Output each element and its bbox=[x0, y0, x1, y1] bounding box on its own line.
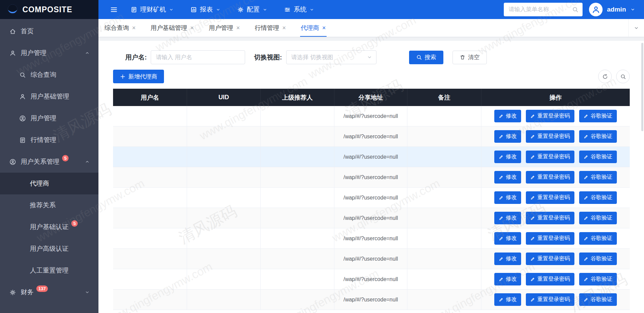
action-reset-login-password-button[interactable]: 重置登录密码 bbox=[526, 293, 574, 306]
pen-icon bbox=[499, 297, 503, 302]
action-edit-button[interactable]: 修改 bbox=[494, 171, 521, 184]
menu-search-input[interactable] bbox=[504, 3, 583, 16]
tab-close-icon[interactable]: × bbox=[132, 24, 136, 32]
chevron-down-icon[interactable] bbox=[630, 7, 635, 12]
search-icon[interactable] bbox=[572, 6, 578, 13]
topnav-system[interactable]: 系统 bbox=[284, 5, 314, 14]
top-nav: 理财矿机报表配置系统 bbox=[131, 5, 314, 14]
tab-close-icon[interactable]: × bbox=[282, 24, 286, 32]
cell-referrer bbox=[261, 126, 334, 146]
username-label[interactable]: admin bbox=[607, 6, 626, 13]
sidebar-item-agent[interactable]: 代理商 bbox=[0, 173, 98, 194]
action-google-verify-button[interactable]: 谷歌验证 bbox=[579, 110, 617, 122]
user-icon bbox=[592, 5, 600, 14]
scrollbar[interactable] bbox=[641, 19, 644, 313]
action-reset-login-password-button[interactable]: 重置登录密码 bbox=[526, 130, 574, 143]
table-row: /wap/#/?usercode=null修改重置登录密码谷歌验证 bbox=[113, 290, 630, 310]
view-select[interactable]: 请选择 切换视图 bbox=[286, 50, 376, 64]
sidebar-item-user-advanced-auth[interactable]: 用户高级认证 bbox=[0, 238, 98, 260]
action-google-verify-button[interactable]: 谷歌验证 bbox=[579, 232, 617, 245]
action-edit-button[interactable]: 修改 bbox=[494, 151, 521, 163]
action-reset-login-password-button[interactable]: 重置登录密码 bbox=[526, 273, 574, 285]
action-reset-login-password-button[interactable]: 重置登录密码 bbox=[526, 110, 574, 122]
sidebar-item-manual-reset-management[interactable]: 人工重置管理 bbox=[0, 260, 98, 281]
tab-2[interactable]: 用户管理× bbox=[209, 19, 240, 37]
sidebar-item-label: 用户高级认证 bbox=[30, 244, 69, 253]
tab-0[interactable]: 综合查询× bbox=[105, 19, 136, 37]
sidebar-item-user-base-auth[interactable]: 用户基础认证5 bbox=[0, 216, 98, 238]
caret-up-icon bbox=[85, 159, 90, 164]
action-edit-button[interactable]: 修改 bbox=[494, 110, 521, 122]
tab-label: 行情管理 bbox=[255, 24, 279, 32]
cell-referrer bbox=[261, 290, 334, 310]
logo: COMPOSITE bbox=[0, 0, 98, 19]
sidebar-item-composite-query[interactable]: 综合查询 bbox=[0, 64, 98, 86]
topnav-reports[interactable]: 报表 bbox=[190, 5, 220, 14]
sidebar-item-user-management-sub[interactable]: 用户管理 bbox=[0, 107, 98, 129]
sidebar-item-user-management[interactable]: 用户管理 bbox=[0, 42, 98, 64]
app-root: COMPOSITE 理财矿机报表配置系统 admin 首页用户管理综合查询用户基… bbox=[0, 0, 644, 313]
username-input[interactable] bbox=[151, 50, 245, 64]
action-reset-login-password-button[interactable]: 重置登录密码 bbox=[526, 171, 574, 184]
count-badge: 137 bbox=[36, 285, 48, 292]
action-google-verify-button[interactable]: 谷歌验证 bbox=[579, 191, 617, 204]
tab-4[interactable]: 代理商× bbox=[301, 19, 326, 37]
sidebar-item-market-management[interactable]: 行情管理 bbox=[0, 129, 98, 151]
cell-actions: 修改重置登录密码谷歌验证 bbox=[481, 167, 630, 187]
tab-close-icon[interactable]: × bbox=[236, 24, 240, 32]
tab-1[interactable]: 用户基础管理× bbox=[151, 19, 194, 37]
topnav-label: 理财矿机 bbox=[140, 5, 166, 14]
table-search-button[interactable] bbox=[616, 70, 630, 83]
caret-down-icon bbox=[216, 7, 220, 12]
sidebar-item-finance[interactable]: 财务137 bbox=[0, 281, 98, 303]
action-reset-login-password-button[interactable]: 重置登录密码 bbox=[526, 191, 574, 204]
table-row: /wap/#/?usercode=null修改重置登录密码谷歌验证 bbox=[113, 249, 630, 269]
sidebar-item-user-base-management[interactable]: 用户基础管理 bbox=[0, 86, 98, 107]
action-reset-login-password-button[interactable]: 重置登录密码 bbox=[526, 151, 574, 163]
hamburger-icon[interactable] bbox=[110, 6, 118, 14]
action-reset-login-password-button[interactable]: 重置登录密码 bbox=[526, 253, 574, 265]
action-edit-button[interactable]: 修改 bbox=[494, 293, 521, 306]
action-reset-login-password-button[interactable]: 重置登录密码 bbox=[526, 232, 574, 245]
sidebar-item-user-relation-management[interactable]: 用户关系管理5 bbox=[0, 151, 98, 173]
tab-3[interactable]: 行情管理× bbox=[255, 19, 286, 37]
pen-icon bbox=[530, 114, 535, 119]
action-edit-button[interactable]: 修改 bbox=[494, 191, 521, 204]
cell-remark bbox=[407, 208, 481, 228]
circle-user-icon bbox=[19, 115, 26, 122]
search-button[interactable]: 搜索 bbox=[409, 51, 443, 64]
topnav-config[interactable]: 配置 bbox=[237, 5, 267, 14]
cell-referrer bbox=[261, 208, 334, 228]
action-edit-button[interactable]: 修改 bbox=[494, 212, 521, 224]
add-agent-button[interactable]: 新增代理商 bbox=[113, 70, 164, 83]
action-edit-button[interactable]: 修改 bbox=[494, 273, 521, 285]
action-edit-button[interactable]: 修改 bbox=[494, 232, 521, 245]
action-google-verify-button[interactable]: 谷歌验证 bbox=[579, 171, 617, 184]
clear-button[interactable]: 清空 bbox=[453, 51, 487, 64]
refresh-button[interactable] bbox=[598, 70, 612, 83]
sidebar-item-label: 首页 bbox=[21, 27, 34, 36]
action-google-verify-button[interactable]: 谷歌验证 bbox=[579, 293, 617, 306]
pen-icon bbox=[584, 134, 588, 139]
action-edit-button[interactable]: 修改 bbox=[494, 253, 521, 265]
cell-username bbox=[113, 188, 187, 208]
avatar[interactable] bbox=[589, 3, 603, 16]
sidebar-item-referral-relation[interactable]: 推荐关系 bbox=[0, 194, 98, 216]
action-google-verify-button[interactable]: 谷歌验证 bbox=[579, 253, 617, 265]
action-google-verify-button[interactable]: 谷歌验证 bbox=[579, 273, 617, 285]
action-google-verify-button[interactable]: 谷歌验证 bbox=[579, 130, 617, 143]
topnav-finance-machine[interactable]: 理财矿机 bbox=[131, 5, 173, 14]
sidebar-item-home[interactable]: 首页 bbox=[0, 20, 98, 42]
action-edit-button[interactable]: 修改 bbox=[494, 130, 521, 143]
tab-close-icon[interactable]: × bbox=[190, 24, 194, 32]
scrollbar-thumb[interactable] bbox=[641, 43, 643, 131]
topnav-label: 报表 bbox=[200, 5, 213, 14]
cell-uid bbox=[187, 249, 261, 269]
action-reset-login-password-button[interactable]: 重置登录密码 bbox=[526, 212, 574, 224]
tab-label: 代理商 bbox=[301, 24, 319, 32]
action-google-verify-button[interactable]: 谷歌验证 bbox=[579, 212, 617, 224]
table-row: /wap/#/?usercode=null修改重置登录密码谷歌验证 bbox=[113, 126, 630, 147]
cell-referrer bbox=[261, 249, 334, 269]
action-google-verify-button[interactable]: 谷歌验证 bbox=[579, 151, 617, 163]
tab-close-icon[interactable]: × bbox=[322, 24, 326, 32]
